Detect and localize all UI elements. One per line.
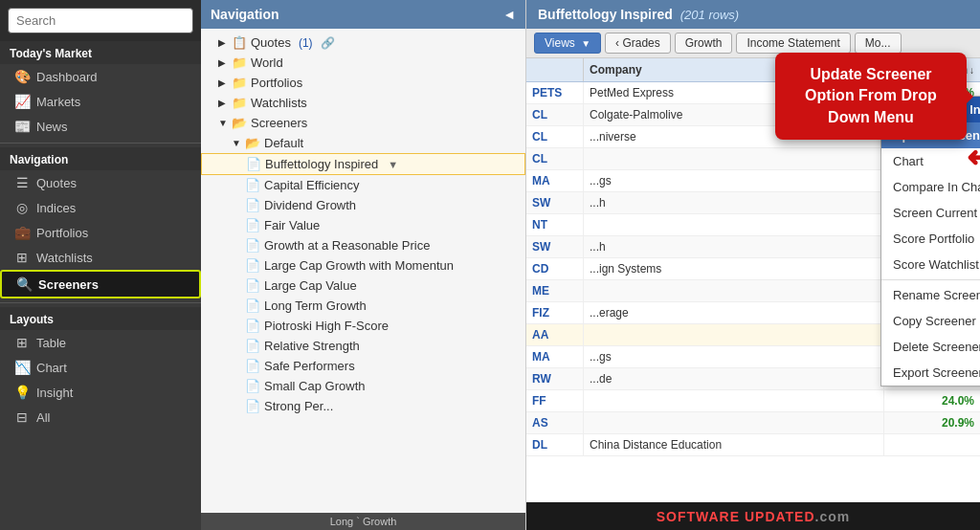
ctx-item-screen-table[interactable]: Screen Current Table [881,200,980,226]
ctx-item-copy[interactable]: Copy Screener [881,308,980,334]
cell-company [584,280,884,301]
tree-item-dividend-growth[interactable]: 📄 Dividend Growth [201,195,525,215]
ctx-item-delete[interactable]: Delete Screener [881,334,980,360]
ctx-item-label: Delete Screener [893,340,980,354]
tree-item-world[interactable]: ▶ 📁 World [201,53,525,73]
tree-item-long-term-growth[interactable]: 📄 Long Term Growth [201,296,525,316]
main-panel: Buffettology Inspired (201 rows) Views ▼… [526,0,980,530]
ctx-item-rename[interactable]: Rename Screener [881,282,980,308]
tree-item-small-cap-growth[interactable]: 📄 Small Cap Growth [201,376,525,396]
cell-ticker: SW [526,192,584,213]
sidebar-item-portfolios[interactable]: 💼 Portfolios [0,220,201,245]
sidebar-item-screeners[interactable]: 🔍 Screeners [0,270,201,298]
nav-collapse-button[interactable]: ◄ [502,7,516,22]
ctx-item-chart[interactable]: Chart [881,148,980,174]
tree-label: Large Cap Value [264,278,357,293]
cell-ticker: AA [526,324,584,345]
table-row[interactable]: AS 20.9% [526,412,980,434]
tree-label: Buffettology Inspired [265,157,378,171]
sidebar-item-label: Watchlists [36,251,93,265]
ctx-item-score-watchlist[interactable]: Score Watchlist ▶ [881,252,980,277]
growth-button[interactable]: Growth [675,33,733,54]
indices-icon: ◎ [13,200,31,215]
tree-item-fair-value[interactable]: 📄 Fair Value [201,215,525,235]
doc-icon: 📄 [245,198,260,212]
tree-item-growth-reasonable[interactable]: 📄 Growth at a Reasonable Price [201,235,525,255]
sidebar-item-dashboard[interactable]: 🎨 Dashboard [0,64,201,89]
tree-item-buffettology[interactable]: 📄 Buffettology Inspired ▼ [201,153,525,175]
grades-button[interactable]: ‹ Grades [605,33,671,54]
tree-item-default[interactable]: ▼ 📂 Default [201,133,525,153]
cell-ticker: FF [526,390,584,411]
tree-label: Growth at a Reasonable Price [264,238,430,253]
more-label: Mo... [865,36,891,50]
sidebar-item-news[interactable]: 📰 News [0,114,201,139]
tree-label: Default [264,136,303,150]
sidebar-item-all[interactable]: ⊟ All [0,405,201,430]
more-button[interactable]: Mo... [855,33,902,54]
sidebar-item-indices[interactable]: ◎ Indices [0,195,201,220]
sidebar: Today's Market 🎨 Dashboard 📈 Markets 📰 N… [0,0,201,530]
tree-item-capital-efficiency[interactable]: 📄 Capital Efficiency [201,175,525,195]
sidebar-item-chart[interactable]: 📉 Chart [0,355,201,380]
table-row[interactable]: DL China Distance Education [526,434,980,456]
tree-item-watchlists[interactable]: ▶ 📁 Watchlists [201,93,525,113]
tree-item-piotroski[interactable]: 📄 Piotroski High F-Score [201,316,525,336]
tree-label: Strong Per... [264,399,333,413]
tree-item-large-cap-value[interactable]: 📄 Large Cap Value [201,276,525,296]
today-market-title: Today's Market [0,41,201,64]
expand-arrow: ▶ [218,37,228,48]
ctx-item-label: Screen Current Table [893,206,980,220]
news-icon: 📰 [13,119,31,134]
tree-item-relative-strength[interactable]: 📄 Relative Strength [201,336,525,356]
tree-item-screeners[interactable]: ▼ 📂 Screeners [201,113,525,133]
cell-ticker: MA [526,170,584,191]
doc-icon: 📄 [245,218,260,232]
ctx-item-compare-chart[interactable]: Compare In Chart [881,174,980,200]
tree-item-safe-performers[interactable]: 📄 Safe Performers [201,356,525,376]
ctx-item-label: Score Portfolio [893,232,974,246]
sidebar-item-watchlists[interactable]: ⊞ Watchlists [0,245,201,270]
screeners-icon: 🔍 [15,276,33,292]
insight-icon: 💡 [13,385,31,400]
growth-label: Growth [685,36,723,50]
nav-panel-header: Navigation ◄ [201,0,525,29]
tree-item-quotes[interactable]: ▶ 📋 Quotes (1) 🔗 [201,33,525,53]
sidebar-item-table[interactable]: ⊞ Table [0,330,201,355]
doc-icon: 📄 [245,359,260,373]
nav-bottom-bar: Long ` Growth [201,513,525,530]
sidebar-item-quotes[interactable]: ☰ Quotes [0,170,201,195]
tree-label: Fair Value [264,218,320,232]
tree-label: Quotes [251,35,291,50]
tree-label: Dividend Growth [264,198,356,212]
dropdown-arrow[interactable]: ▼ [388,159,398,170]
sidebar-item-insight[interactable]: 💡 Insight [0,380,201,405]
sidebar-item-label: Markets [36,95,80,109]
income-statement-button[interactable]: Income Statement [736,33,850,54]
folder-icon: 📂 [232,116,247,130]
sidebar-item-markets[interactable]: 📈 Markets [0,89,201,114]
tree-label: Large Cap Growth with Momentun [264,258,454,273]
cell-ticker: MA [526,346,584,367]
sidebar-item-label: Table [36,336,66,350]
ctx-item-label: Rename Screener [893,288,980,302]
row-count: (201 rows) [680,8,739,22]
cell-company: ...ign Systems [584,258,884,279]
nav-bottom-label: Long ` Growth [330,516,397,527]
search-input[interactable] [8,8,193,33]
layouts-title: Layouts [0,307,201,330]
tree-item-portfolios[interactable]: ▶ 📁 Portfolios [201,73,525,93]
tree-label: Watchlists [251,96,307,110]
ctx-item-export[interactable]: Export Screener [881,360,980,386]
cell-company: ...h [584,236,884,257]
views-button[interactable]: Views ▼ [534,33,601,54]
tree-label: Piotroski High F-Score [264,319,389,333]
tree-item-strong-per[interactable]: 📄 Strong Per... [201,396,525,416]
all-icon: ⊟ [13,409,31,425]
cell-ytd [884,434,980,455]
table-row[interactable]: FF 24.0% [526,390,980,412]
tree-item-large-cap-growth[interactable]: 📄 Large Cap Growth with Momentun [201,255,525,276]
ctx-item-score-portfolio[interactable]: Score Portfolio ▶ [881,226,980,252]
watchlists-icon: ⊞ [13,250,31,265]
ctx-item-label: Copy Screener [893,314,976,328]
